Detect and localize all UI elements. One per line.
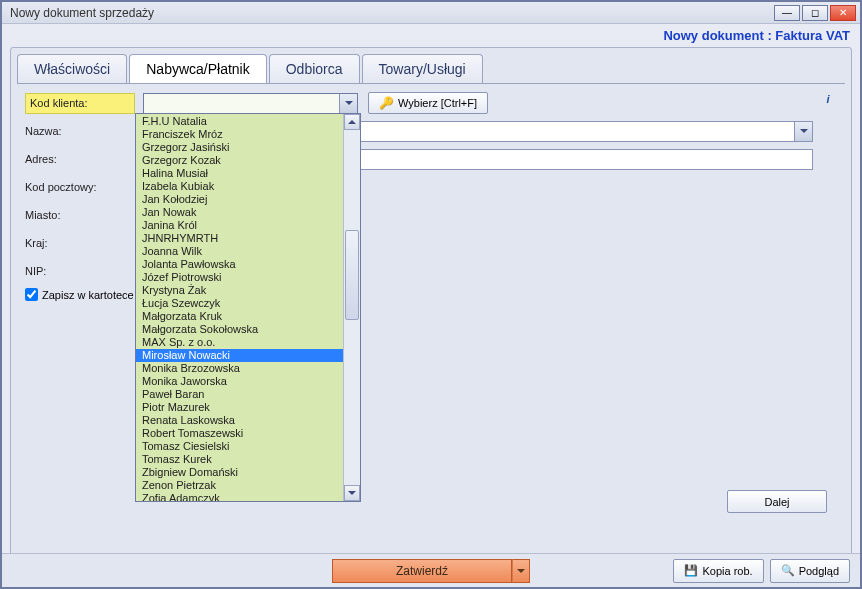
miasto-label: Miasto: bbox=[25, 209, 135, 221]
tab-towary-uslugi[interactable]: Towary/Usługi bbox=[362, 54, 483, 83]
client-list-item[interactable]: Joanna Wilk bbox=[136, 245, 343, 258]
nazwa-label: Nazwa: bbox=[25, 125, 135, 137]
client-list-item[interactable]: Monika Brzozowska bbox=[136, 362, 343, 375]
client-list-item[interactable]: Grzegorz Jasiński bbox=[136, 141, 343, 154]
dalej-button[interactable]: Dalej bbox=[727, 490, 827, 513]
info-icon[interactable]: i bbox=[819, 90, 837, 108]
titlebar: Nowy dokument sprzedaży — ◻ ✕ bbox=[2, 2, 860, 24]
kraj-label: Kraj: bbox=[25, 237, 135, 249]
kod-klienta-combo[interactable] bbox=[143, 93, 358, 114]
search-icon: 🔑 bbox=[379, 96, 394, 110]
adres-label: Adres: bbox=[25, 153, 135, 165]
close-button[interactable]: ✕ bbox=[830, 5, 856, 21]
kod-pocztowy-label: Kod pocztowy: bbox=[25, 181, 135, 193]
main-panel: Właściwości Nabywca/Płatnik Odbiorca Tow… bbox=[10, 47, 852, 567]
client-list-item[interactable]: Małgorzata Sokołowska bbox=[136, 323, 343, 336]
zatwierdz-button[interactable]: Zatwierdź bbox=[332, 559, 512, 583]
client-list-item[interactable]: Paweł Baran bbox=[136, 388, 343, 401]
chevron-down-icon bbox=[517, 567, 525, 575]
chevron-up-icon bbox=[348, 118, 356, 126]
client-list-item[interactable]: JHNRHYMRTH bbox=[136, 232, 343, 245]
kopia-rob-button[interactable]: 💾 Kopia rob. bbox=[673, 559, 763, 583]
maximize-button[interactable]: ◻ bbox=[802, 5, 828, 21]
client-list-item[interactable]: Zofia Adamczyk bbox=[136, 492, 343, 501]
client-list-item[interactable]: Mirosław Nowacki bbox=[136, 349, 343, 362]
dropdown-scrollbar[interactable] bbox=[343, 114, 360, 501]
dalej-container: Dalej bbox=[727, 490, 827, 513]
client-list-item[interactable]: Małgorzata Kruk bbox=[136, 310, 343, 323]
client-list-item[interactable]: Zbigniew Domański bbox=[136, 466, 343, 479]
client-list-item[interactable]: Łucja Szewczyk bbox=[136, 297, 343, 310]
scroll-down-arrow[interactable] bbox=[344, 485, 360, 501]
client-list-item[interactable]: Zenon Pietrzak bbox=[136, 479, 343, 492]
tab-nabywca-platnik[interactable]: Nabywca/Płatnik bbox=[129, 54, 267, 83]
client-list-item[interactable]: Józef Piotrowski bbox=[136, 271, 343, 284]
dalej-button-label: Dalej bbox=[764, 496, 789, 508]
tab-odbiorca[interactable]: Odbiorca bbox=[269, 54, 360, 83]
kod-klienta-input[interactable] bbox=[144, 94, 339, 113]
client-list-item[interactable]: F.H.U Natalia bbox=[136, 115, 343, 128]
client-list-item[interactable]: Piotr Mazurek bbox=[136, 401, 343, 414]
document-type-header: Nowy dokument : Faktura VAT bbox=[2, 24, 860, 45]
minimize-button[interactable]: — bbox=[774, 5, 800, 21]
chevron-down-icon bbox=[345, 99, 353, 107]
client-dropdown-list: F.H.U NataliaFranciszek MrózGrzegorz Jas… bbox=[135, 113, 361, 502]
chevron-down-icon bbox=[800, 127, 808, 135]
client-list-item[interactable]: Izabela Kubiak bbox=[136, 180, 343, 193]
client-list-item[interactable]: Janina Król bbox=[136, 219, 343, 232]
kod-klienta-dropdown-arrow[interactable] bbox=[339, 94, 357, 113]
zatwierdz-dropdown-arrow[interactable] bbox=[512, 559, 530, 583]
scroll-thumb[interactable] bbox=[345, 230, 359, 320]
magnifier-icon: 🔍 bbox=[781, 564, 795, 577]
disk-icon: 💾 bbox=[684, 564, 698, 577]
client-list-item[interactable]: Franciszek Mróz bbox=[136, 128, 343, 141]
kopia-rob-label: Kopia rob. bbox=[702, 565, 752, 577]
client-list-item[interactable]: Monika Jaworska bbox=[136, 375, 343, 388]
chevron-down-icon bbox=[348, 489, 356, 497]
wybierz-button-label: Wybierz [Ctrl+F] bbox=[398, 97, 477, 109]
client-list-item[interactable]: Halina Musiał bbox=[136, 167, 343, 180]
client-list-item[interactable]: MAX Sp. z o.o. bbox=[136, 336, 343, 349]
nazwa-dropdown-arrow[interactable] bbox=[794, 122, 812, 141]
kod-klienta-label: Kod klienta: bbox=[25, 93, 135, 114]
client-list-item[interactable]: Jan Nowak bbox=[136, 206, 343, 219]
tab-body: i Kod klienta: 🔑 Wybierz [Ctrl+F] Nazwa: bbox=[17, 83, 845, 561]
client-list-item[interactable]: Robert Tomaszewski bbox=[136, 427, 343, 440]
client-list-item[interactable]: Tomasz Ciesielski bbox=[136, 440, 343, 453]
client-list-item[interactable]: Grzegorz Kozak bbox=[136, 154, 343, 167]
client-list-item[interactable]: Jan Kołodziej bbox=[136, 193, 343, 206]
wybierz-button[interactable]: 🔑 Wybierz [Ctrl+F] bbox=[368, 92, 488, 114]
client-list-item[interactable]: Renata Laskowska bbox=[136, 414, 343, 427]
podglad-label: Podgląd bbox=[799, 565, 839, 577]
zapisz-checkbox[interactable] bbox=[25, 288, 38, 301]
tab-wlasciwosci[interactable]: Właściwości bbox=[17, 54, 127, 83]
window-title: Nowy dokument sprzedaży bbox=[6, 6, 774, 20]
zatwierdz-split-button[interactable]: Zatwierdź bbox=[332, 559, 530, 583]
nip-label: NIP: bbox=[25, 265, 135, 277]
zatwierdz-label: Zatwierdź bbox=[396, 564, 448, 578]
podglad-button[interactable]: 🔍 Podgląd bbox=[770, 559, 850, 583]
client-list-item[interactable]: Jolanta Pawłowska bbox=[136, 258, 343, 271]
bottom-toolbar: Zatwierdź 💾 Kopia rob. 🔍 Podgląd bbox=[2, 553, 860, 587]
client-list-item[interactable]: Tomasz Kurek bbox=[136, 453, 343, 466]
client-list-item[interactable]: Krystyna Żak bbox=[136, 284, 343, 297]
scroll-up-arrow[interactable] bbox=[344, 114, 360, 130]
